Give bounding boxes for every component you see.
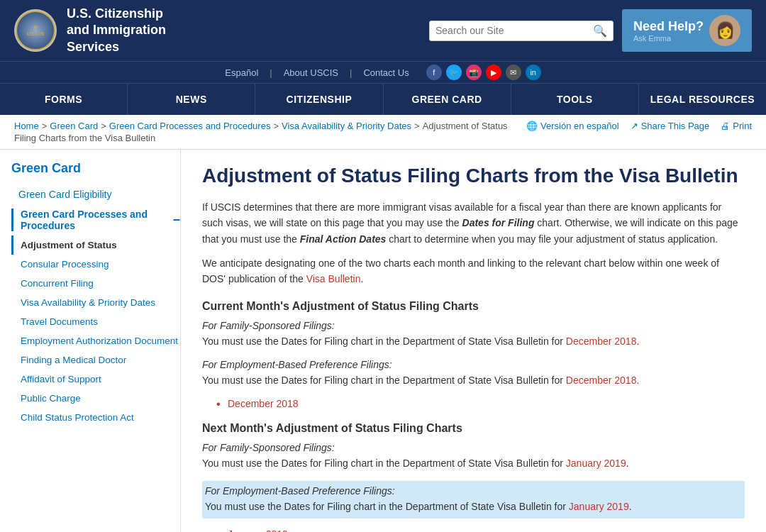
emma-avatar: 👩 xyxy=(709,15,740,46)
twitter-icon[interactable]: 🐦 xyxy=(446,65,462,80)
next-employment-section: For Employment-Based Preference Filings:… xyxy=(202,481,745,519)
nav-news[interactable]: NEWS xyxy=(128,84,255,115)
sidebar-link-consular[interactable]: Consular Processing xyxy=(11,255,180,274)
agency-seal: ★USCIS xyxy=(14,9,57,52)
globe-icon: 🌐 xyxy=(526,121,538,131)
current-employment-text: You must use the Dates for Filing chart … xyxy=(202,373,745,388)
need-help-button[interactable]: Need Help? Ask Emma 👩 xyxy=(622,9,752,52)
current-family-label: For Family-Sponsored Filings: xyxy=(202,320,745,331)
next-heading: Next Month's Adjustment of Status Filing… xyxy=(202,422,745,435)
next-bullet-item: January 2019 xyxy=(216,528,745,532)
nav-citizenship[interactable]: CITIZENSHIP xyxy=(255,84,383,115)
main-nav: FORMS NEWS CITIZENSHIP GREEN CARD TOOLS … xyxy=(0,83,766,115)
current-employment-section: For Employment-Based Preference Filings:… xyxy=(202,359,745,388)
version-espanol-link[interactable]: 🌐 Versión en español xyxy=(526,121,619,131)
next-family-link[interactable]: January 2019 xyxy=(566,458,626,469)
sidebar-link-affidavit[interactable]: Affidavit of Support xyxy=(11,370,180,389)
secondary-nav: Español | About USCIS | Contact Us f 🐦 📸… xyxy=(0,61,766,83)
breadcrumb: Home > Green Card > Green Card Processes… xyxy=(14,121,526,131)
current-bullet-list: December 2018 xyxy=(216,398,745,409)
sidebar-link-adjustment[interactable]: Adjustment of Status xyxy=(11,235,180,255)
facebook-icon[interactable]: f xyxy=(426,65,442,80)
breadcrumb-actions: 🌐 Versión en español ↗ Share This Page 🖨… xyxy=(526,121,752,131)
sidebar-title[interactable]: Green Card xyxy=(11,161,180,176)
sidebar-link-medical[interactable]: Finding a Medical Doctor xyxy=(11,350,180,370)
email-icon[interactable]: ✉ xyxy=(506,65,521,80)
search-icon[interactable]: 🔍 xyxy=(593,24,607,38)
breadcrumb-home[interactable]: Home xyxy=(14,121,39,131)
current-employment-link[interactable]: December 2018 xyxy=(566,375,637,386)
sidebar-link-visa-availability[interactable]: Visa Availability & Priority Dates xyxy=(11,293,180,312)
about-uscis-link[interactable]: About USCIS xyxy=(284,67,338,78)
sidebar-link-travel[interactable]: Travel Documents xyxy=(11,312,180,331)
print-icon: 🖨 xyxy=(721,121,730,131)
current-bullet-link[interactable]: December 2018 xyxy=(228,398,299,409)
filing-note: Filing Charts from the Visa Bulletin xyxy=(14,133,526,143)
collapse-icon[interactable]: − xyxy=(172,213,180,228)
espanol-link[interactable]: Español xyxy=(225,67,258,78)
contact-link[interactable]: Contact Us xyxy=(363,67,409,78)
sidebar-link-cspa[interactable]: Child Status Protection Act xyxy=(11,408,180,427)
breadcrumb-visa-availability[interactable]: Visa Availability & Priority Dates xyxy=(282,121,411,131)
next-family-label: For Family-Sponsored Filings: xyxy=(202,442,745,453)
current-family-text: You must use the Dates for Filing chart … xyxy=(202,334,745,349)
nav-green-card[interactable]: GREEN CARD xyxy=(384,84,511,115)
header-right: 🔍 Need Help? Ask Emma 👩 xyxy=(429,9,752,52)
share-link[interactable]: ↗ Share This Page xyxy=(631,121,710,131)
sidebar-link-concurrent[interactable]: Concurrent Filing xyxy=(11,274,180,293)
need-help-title: Need Help? xyxy=(633,19,704,34)
page-title: Adjustment of Status Filing Charts from … xyxy=(202,164,745,188)
current-employment-label: For Employment-Based Preference Filings: xyxy=(202,359,745,370)
current-heading: Current Month's Adjustment of Status Fil… xyxy=(202,300,745,313)
current-family-section: For Family-Sponsored Filings: You must u… xyxy=(202,320,745,349)
main-content: Adjustment of Status Filing Charts from … xyxy=(181,150,766,532)
intro-paragraph-2: We anticipate designating one of the two… xyxy=(202,255,745,287)
agency-name: U.S. Citizenship and Immigration Service… xyxy=(67,6,166,55)
content-layout: Green Card Green Card Eligibility Green … xyxy=(0,150,766,532)
nav-legal-resources[interactable]: LEGAL RESOURCES xyxy=(639,84,766,115)
nav-forms[interactable]: FORMS xyxy=(0,84,128,115)
next-bullet-list: January 2019 xyxy=(216,528,745,532)
sidebar-links: Adjustment of Status Consular Processing… xyxy=(11,235,180,427)
visa-bulletin-link[interactable]: Visa Bulletin xyxy=(306,273,361,284)
intro-paragraph-1: If USCIS determines that there are more … xyxy=(202,199,745,247)
next-employment-label: For Employment-Based Preference Filings: xyxy=(205,485,742,497)
sidebar: Green Card Green Card Eligibility Green … xyxy=(0,150,181,532)
print-link[interactable]: 🖨 Print xyxy=(721,121,752,131)
breadcrumb-processes[interactable]: Green Card Processes and Procedures xyxy=(109,121,271,131)
site-header: ★USCIS U.S. Citizenship and Immigration … xyxy=(0,0,766,115)
youtube-icon[interactable]: ▶ xyxy=(486,65,501,80)
current-bullet-item: December 2018 xyxy=(216,398,745,409)
next-employment-link[interactable]: January 2019 xyxy=(569,501,629,512)
search-input[interactable] xyxy=(435,25,593,36)
sidebar-link-public-charge[interactable]: Public Charge xyxy=(11,389,180,408)
instagram-icon[interactable]: 📸 xyxy=(466,65,482,80)
next-employment-text: You must use the Dates for Filing chart … xyxy=(205,499,742,514)
search-bar[interactable]: 🔍 xyxy=(429,21,614,41)
social-icons: f 🐦 📸 ▶ ✉ in xyxy=(426,65,541,80)
next-bullet-link[interactable]: January 2019 xyxy=(228,528,288,532)
ask-emma-label: Ask Emma xyxy=(633,34,704,43)
share-icon: ↗ xyxy=(631,121,638,131)
sidebar-section-title[interactable]: Green Card Processes and Procedures − xyxy=(11,204,180,235)
current-family-link[interactable]: December 2018 xyxy=(566,336,637,347)
linkedin-icon[interactable]: in xyxy=(526,65,541,80)
sidebar-processes-section: Green Card Processes and Procedures − Ad… xyxy=(11,204,180,427)
sidebar-link-ead[interactable]: Employment Authorization Document xyxy=(11,331,180,350)
breadcrumb-green-card[interactable]: Green Card xyxy=(50,121,98,131)
breadcrumb-bar: Home > Green Card > Green Card Processes… xyxy=(0,115,766,150)
next-family-text: You must use the Dates for Filing chart … xyxy=(202,456,745,471)
next-family-section: For Family-Sponsored Filings: You must u… xyxy=(202,442,745,471)
breadcrumb-current: Adjustment of Status xyxy=(423,121,508,131)
sidebar-green-card-eligibility[interactable]: Green Card Eligibility xyxy=(11,184,180,204)
nav-tools[interactable]: TOOLS xyxy=(511,84,639,115)
